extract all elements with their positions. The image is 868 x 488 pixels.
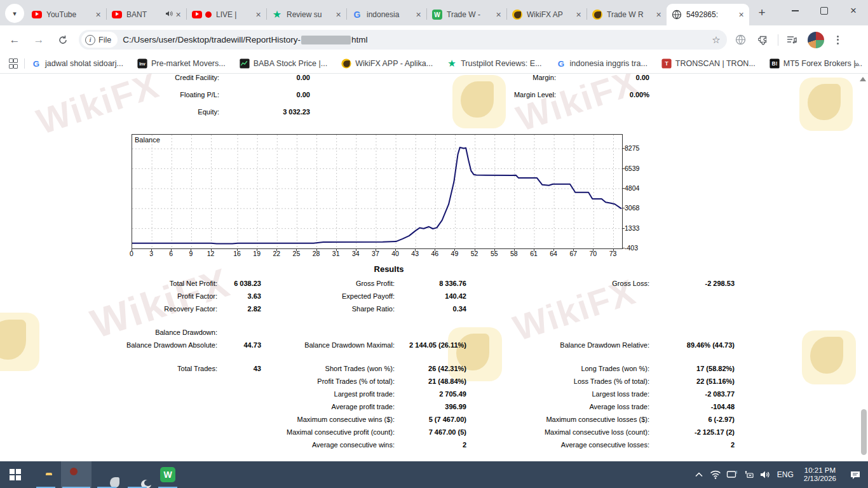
stat-value: 6 (-2.97) (652, 415, 735, 424)
tab-review-su[interactable]: ★Review su× (267, 4, 346, 25)
tab-youtube[interactable]: YouTube× (27, 4, 106, 25)
youtube-icon (192, 10, 202, 20)
reload-icon[interactable] (53, 30, 72, 50)
bookmark-pre-market-movers[interactable]: InvPre-market Movers... (137, 58, 226, 69)
bookmark-star-icon[interactable]: ☆ (708, 34, 724, 46)
notification-icon[interactable] (843, 461, 868, 488)
stat-label: Average profit trade: (248, 402, 395, 411)
tab-live[interactable]: LIVE |× (187, 4, 266, 25)
keyboard-icon[interactable] (740, 461, 757, 488)
x-axis-tick (191, 248, 191, 251)
scrollbar-up-icon[interactable] (860, 77, 866, 81)
page-scrollbar-thumb[interactable] (861, 409, 867, 455)
wifi-icon[interactable] (707, 461, 724, 488)
x-axis-tick (356, 248, 356, 251)
profile-avatar[interactable] (808, 32, 824, 48)
wps-icon: W (432, 10, 442, 20)
edge-button[interactable] (122, 461, 153, 488)
tab-title: Trade W - (447, 10, 493, 19)
start-button[interactable] (0, 461, 31, 488)
wikifx-watermark-logo-icon (452, 75, 506, 128)
file-chip[interactable]: i File (81, 32, 118, 48)
x-axis-tick (171, 248, 172, 251)
taskbar-clock[interactable]: 10:21 PM 2/13/2026 (797, 466, 843, 483)
bookmark-baba-stock-price[interactable]: BABA Stock Price |... (240, 58, 328, 69)
chrome-button[interactable] (61, 461, 92, 488)
stat-label: Balance Drawdown: (70, 328, 217, 337)
bookmark-mt5-forex-brokers[interactable]: B!MT5 Forex Brokers |... (770, 58, 862, 69)
tab-trade-w-r[interactable]: Trade W R× (587, 4, 667, 25)
bookmark-indonesia-inggris-tra[interactable]: Gindonesia inggris tra... (556, 58, 648, 69)
wikifx-icon (342, 58, 351, 68)
language-indicator[interactable]: ENG (773, 470, 797, 479)
tab-close-icon[interactable]: × (573, 10, 584, 20)
stat-label: Maximal consecutive profit (count): (248, 428, 395, 437)
minimize-icon[interactable] (780, 0, 810, 22)
globe-icon (672, 10, 682, 20)
wps-icon: W (160, 467, 175, 482)
tab-close-icon[interactable]: × (333, 10, 344, 20)
tronscan-icon: T (661, 58, 671, 68)
new-tab-button[interactable]: + (753, 4, 771, 22)
tab-search-button[interactable]: ▾ (5, 4, 24, 23)
stat-value: 140.42 (397, 292, 466, 301)
tab-5492865[interactable]: 5492865:× (667, 4, 749, 25)
y-axis-tick (622, 168, 625, 169)
bookmark-tronscan-tron[interactable]: TTRONSCAN | TRON... (661, 58, 756, 69)
bookmark-label: jadwal sholat sidoarj... (45, 59, 123, 68)
address-bar[interactable]: i File C:/Users/user/Desktop/tradewill/R… (79, 30, 727, 50)
forward-icon[interactable]: → (29, 30, 48, 50)
bookmark-jadwal-sholat-sidoarj[interactable]: Gjadwal sholat sidoarj... (31, 58, 123, 69)
tab-trade-w[interactable]: WTrade W -× (427, 4, 506, 25)
stat-label: Balance Drawdown Absolute: (70, 341, 217, 349)
tab-wikifx-ap[interactable]: WikiFX AP× (507, 4, 587, 25)
extensions-puzzle-icon[interactable] (754, 30, 773, 50)
tab-bant[interactable]: BANT× (107, 4, 186, 25)
browser-menu-kebab-icon[interactable] (828, 30, 847, 50)
x-axis-tick (475, 248, 475, 251)
stat-label: Balance Drawdown Maximal: (248, 341, 395, 349)
volume-icon[interactable] (757, 461, 773, 488)
site-globe-icon[interactable] (731, 30, 750, 50)
stat-label: Maximum consecutive losses ($): (502, 415, 649, 424)
cast-icon[interactable]: 1 (724, 461, 740, 488)
tab-close-icon[interactable]: × (173, 10, 184, 20)
media-controls-icon[interactable] (782, 30, 801, 50)
x-axis-tick (573, 248, 574, 251)
explorer-button[interactable] (31, 461, 61, 488)
x-axis-tick (415, 248, 416, 251)
chevron-up-icon[interactable] (691, 461, 707, 488)
tab-close-icon[interactable]: × (253, 10, 264, 20)
apps-grid-icon[interactable] (9, 58, 17, 69)
tab-close-icon[interactable]: × (413, 10, 424, 20)
maximize-icon[interactable] (810, 0, 839, 22)
tab-close-icon[interactable]: × (736, 10, 747, 20)
stat-label: Gross Loss: (502, 279, 649, 288)
summary-value: 0.00 (222, 90, 310, 99)
stat-label: Largest profit trade: (248, 390, 395, 398)
back-icon[interactable]: ← (5, 30, 24, 50)
stat-value: 2 144.05 (26.11%) (397, 341, 466, 349)
tab-close-icon[interactable]: × (493, 10, 504, 20)
bookmark-trustpilot-reviews-e[interactable]: ★Trustpilot Reviews: E... (447, 58, 541, 69)
stat-label: Maximal consecutive loss (count): (502, 428, 649, 437)
results-title: Results (132, 264, 646, 274)
bookmark-wikifx-app-aplika[interactable]: WikiFX APP - Aplika... (341, 58, 433, 69)
tab-close-icon[interactable]: × (653, 10, 664, 20)
eagle-app-button[interactable] (92, 461, 122, 488)
tab-title: Review su (287, 10, 333, 19)
tabs: YouTube×BANT×LIVE |×★Review su×Gindonesi… (27, 4, 749, 25)
wps-button[interactable]: W (153, 461, 183, 488)
stat-value: 22 (51.16%) (652, 377, 735, 386)
stat-value: 2 (652, 440, 735, 449)
bookmarks-bar: Gjadwal sholat sidoarj...InvPre-market M… (0, 54, 868, 74)
bookmark-label: MT5 Forex Brokers |... (783, 59, 862, 68)
wikifx-watermark-logo-icon (802, 330, 856, 384)
stat-label: Long Trades (won %): (502, 364, 649, 373)
close-icon[interactable]: × (839, 0, 868, 22)
bookmark-label: TRONSCAN | TRON... (675, 59, 756, 68)
bookmarks-overflow-icon[interactable]: » (855, 59, 858, 69)
google-icon: G (352, 10, 362, 20)
tab-indonesia[interactable]: Gindonesia× (347, 4, 426, 25)
tab-close-icon[interactable]: × (93, 10, 104, 20)
